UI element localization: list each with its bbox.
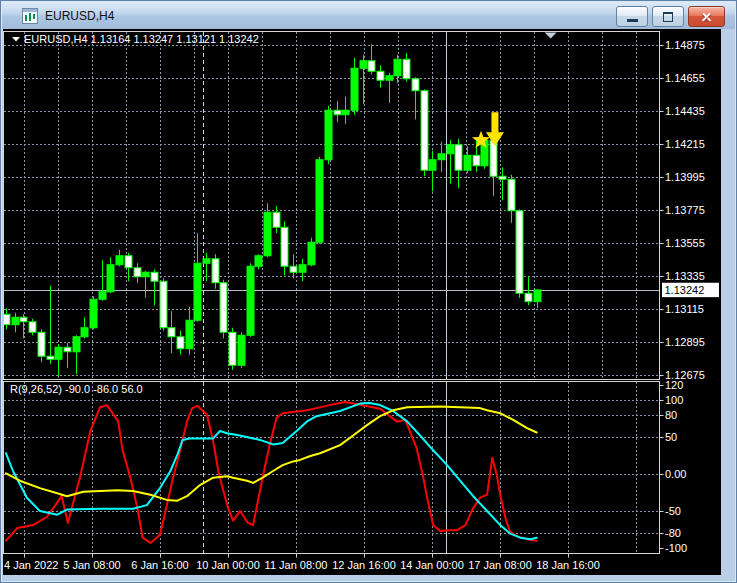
minimize-icon [627,19,638,22]
bull-candle [90,299,97,328]
bear-candle [20,317,27,322]
minimize-button[interactable] [616,6,648,27]
bull-candle [429,160,436,171]
bear-candle [160,281,167,328]
bear-candle [508,179,515,211]
bull-candle [360,61,367,69]
maximize-button[interactable] [652,6,684,27]
indicator-label: R(9,26,52) -90.0 -86.0 56.0 [10,383,143,395]
bear-candle [38,332,45,356]
bull-candle [81,328,88,337]
bear-candle [177,337,184,349]
bear-candle [29,322,36,333]
bull-candle [464,155,471,170]
bull-candle [99,292,106,300]
time-axis-label: 10 Jan 00:00 [196,559,260,571]
bear-candle [220,283,227,333]
bull-candle [299,265,306,273]
bear-candle [168,328,175,337]
bear-candle [47,356,54,359]
chart-window: EURUSD,H4 EURUSD,H4 1.13164 1.13247 1.13… [0,0,737,583]
bull-candle [186,320,193,349]
bear-candle [525,293,532,301]
bear-candle [412,79,419,91]
indicator-axis-label: -50 [665,505,681,517]
bull-candle [142,272,149,277]
time-axis-label: 12 Jan 16:00 [332,559,396,571]
indicator-axis-label: 50 [665,431,677,443]
bull-candle [447,145,454,154]
indicator-axis-label: -80 [665,527,681,539]
bear-candle [377,71,384,80]
bear-candle [403,59,410,79]
time-axis-label: 14 Jan 00:00 [400,559,464,571]
bull-candle [308,242,315,265]
bear-candle [368,61,375,72]
bear-candle [273,212,280,227]
bear-candle [455,145,462,171]
price-axis-label: 1.14215 [665,138,705,150]
bear-candle [499,176,506,179]
bear-candle [516,211,523,294]
indicator-axis-label: 100 [665,394,683,406]
time-axis-label: 18 Jan 16:00 [536,559,600,571]
close-button[interactable] [688,6,725,27]
bear-candle [473,155,480,166]
bull-candle [73,337,80,352]
bear-candle [229,332,236,365]
window-controls [616,6,725,27]
indicator-axis-label: -100 [665,542,687,554]
bear-candle [490,140,497,176]
time-axis-label: 4 Jan 2022 [4,559,58,571]
bull-candle [55,347,62,359]
bear-candle [281,227,288,266]
price-axis-label: 1.13775 [665,204,705,216]
bull-candle [107,265,114,292]
bull-candle [325,110,332,160]
price-axis-label: 1.12895 [665,336,705,348]
price-axis-label: 1.13995 [665,171,705,183]
indicator-axis-label: 0.00 [665,468,686,480]
bear-candle [125,256,132,268]
bear-candle [151,272,158,281]
bull-candle [534,290,541,302]
bear-candle [3,314,10,325]
bear-candle [290,266,297,272]
bear-candle [421,91,428,171]
bear-candle [134,268,141,277]
bull-candle [351,68,358,110]
maximize-icon [663,12,673,22]
chart-client-area[interactable]: EURUSD,H4 1.13164 1.13247 1.13121 1.1324… [3,29,721,575]
bear-candle [212,259,219,283]
main-chart-panel[interactable] [4,32,660,380]
bear-candle [334,110,341,115]
price-axis-label: 1.13335 [665,270,705,282]
price-axis-label: 1.13115 [665,303,704,315]
bull-candle [247,266,254,335]
price-axis-label: 1.14875 [665,39,705,51]
price-axis-label: 1.14435 [665,105,705,117]
bull-candle [255,256,262,267]
time-axis-label: 17 Jan 08:00 [468,559,532,571]
chart-canvas[interactable]: EURUSD,H4 1.13164 1.13247 1.13121 1.1324… [3,29,721,575]
price-scale[interactable]: 1.148751.146551.144351.142151.139951.137… [660,39,720,554]
titlebar[interactable]: EURUSD,H4 [2,2,735,29]
bull-candle [438,154,445,160]
time-scale[interactable]: 4 Jan 20225 Jan 08:006 Jan 16:0010 Jan 0… [4,554,600,572]
time-axis-label: 11 Jan 08:00 [265,559,328,571]
price-axis-label: 1.13555 [665,237,705,249]
indicator-axis-label: 120 [665,379,683,391]
bull-candle [194,263,201,320]
bull-candle [316,160,323,243]
bull-candle [12,317,19,325]
bull-candle [386,76,393,81]
close-icon [700,10,713,23]
symbol-ohlc-label: EURUSD,H4 1.13164 1.13247 1.13121 1.1324… [24,33,259,45]
bull-candle [238,335,245,365]
bull-candle [394,59,401,76]
time-axis-label: 6 Jan 16:00 [131,559,189,571]
indicator-axis-label: 80 [665,409,677,421]
bear-candle [64,347,71,352]
time-axis-label: 5 Jan 08:00 [63,559,121,571]
current-price-tag-value: 1.13242 [665,284,705,296]
